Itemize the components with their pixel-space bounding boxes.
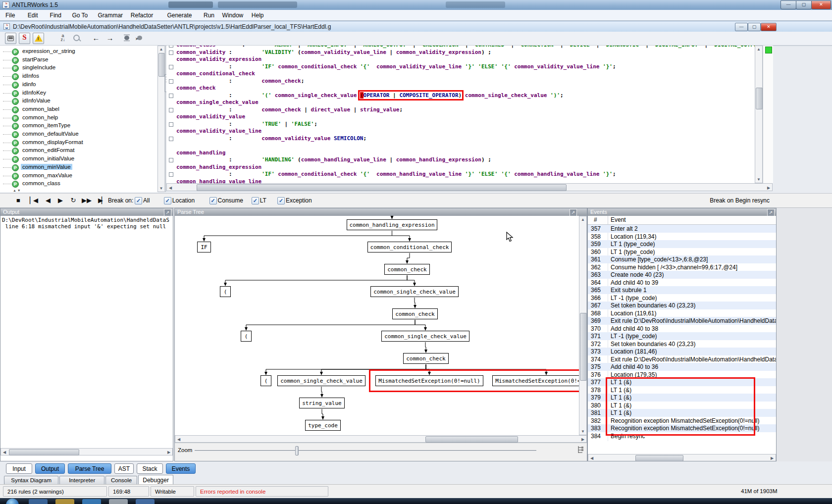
- event-row-361[interactable]: 361Consume [type_code/<13>,6:8,@23]: [588, 255, 776, 263]
- event-row-357[interactable]: 357Enter alt 2: [588, 225, 776, 233]
- sidebar-rule-startParse[interactable]: PstartParse: [0, 56, 165, 64]
- menu-item-file[interactable]: File: [2, 11, 18, 19]
- tree-node-common_single_check_value[interactable]: common_single_check_value: [370, 286, 459, 297]
- fold-marker[interactable]: [169, 94, 173, 98]
- zoom-slider-thumb[interactable]: [295, 446, 299, 455]
- tree-node-common_single_check_value[interactable]: common_single_check_value: [381, 331, 469, 342]
- parse-tree-vscrollbar[interactable]: ▲ ▼: [579, 216, 587, 435]
- forward-icon[interactable]: →: [104, 34, 116, 43]
- tree-node-common_check[interactable]: common_check: [384, 264, 430, 275]
- event-row-369[interactable]: 369Exit rule D:\DevRoot\IndustrialMobile…: [588, 317, 776, 325]
- taskbar-app-icon[interactable]: [82, 499, 101, 504]
- menu-item-find[interactable]: Find: [47, 11, 65, 19]
- col-event[interactable]: Event: [611, 216, 626, 223]
- sidebar-rule-common_label[interactable]: Pcommon_label: [0, 105, 165, 113]
- event-row-363[interactable]: 363Create node 40 (23): [588, 271, 776, 279]
- fold-marker[interactable]: [169, 50, 173, 55]
- fast-forward-button[interactable]: ↻: [67, 197, 80, 204]
- panel-tab-output[interactable]: Output: [35, 463, 65, 474]
- panel-tab-input[interactable]: Input: [6, 463, 32, 474]
- tree-node-common_handling_expression[interactable]: common_handling_expression: [347, 219, 437, 230]
- debug-icon[interactable]: [123, 35, 131, 42]
- debug-attach-icon[interactable]: ➤: [136, 35, 144, 42]
- tree-node-[interactable]: (: [260, 375, 271, 386]
- windows-taskbar[interactable]: [0, 498, 832, 504]
- fold-marker[interactable]: [169, 46, 173, 48]
- editor-vscrollbar[interactable]: ▲ ▼: [755, 46, 763, 183]
- doc-restore-button[interactable]: ▢: [748, 23, 761, 31]
- parse-tree-hscrollbar[interactable]: ◀ ▶: [175, 435, 587, 443]
- sidebar-rule-common_help[interactable]: Pcommon_help: [0, 114, 165, 122]
- tree-node-common_check[interactable]: common_check: [392, 308, 438, 319]
- sidebar-rule-idInfoValue[interactable]: PidInfoValue: [0, 97, 165, 105]
- menu-item-help[interactable]: Help: [248, 11, 267, 19]
- detach-icon[interactable]: ↗: [164, 209, 171, 216]
- editor-hscrollbar[interactable]: ◀ ▶: [166, 183, 773, 191]
- tree-node-common_conditional_check[interactable]: common_conditional_check: [367, 242, 452, 252]
- events-hscrollbar[interactable]: ◀ ▶: [588, 454, 776, 461]
- fold-marker[interactable]: [169, 65, 173, 69]
- step-forward-button[interactable]: ▶: [54, 197, 67, 204]
- go-to-end-button[interactable]: ▶▏: [95, 197, 108, 204]
- taskbar-app-icon[interactable]: [55, 499, 74, 504]
- tree-node-common_single_check_value[interactable]: common_single_check_value: [277, 375, 365, 386]
- taskbar-app-icon[interactable]: [136, 499, 155, 504]
- close-button[interactable]: ✕: [811, 0, 831, 9]
- event-row-365[interactable]: 365Exit subrule 1: [588, 286, 776, 294]
- menu-item-go-to[interactable]: Go To: [68, 11, 91, 19]
- maximize-button[interactable]: ▢: [796, 0, 812, 9]
- zoom-slider-track[interactable]: [195, 450, 536, 452]
- event-row-358[interactable]: 358Location (119,34): [588, 233, 776, 241]
- back-icon[interactable]: ←: [90, 34, 102, 43]
- event-row-375[interactable]: 375Add child 40 to 36: [588, 363, 776, 371]
- tree-node-IF[interactable]: IF: [197, 242, 211, 252]
- rule-structure-icon[interactable]: [5, 33, 16, 44]
- sidebar-rule-expression_or_string[interactable]: Pexpression_or_string: [0, 48, 165, 55]
- stop-button[interactable]: ■: [12, 197, 25, 204]
- sidebar-rule-common_class[interactable]: Pcommon_class: [0, 180, 165, 188]
- menu-item-refactor[interactable]: Refactor: [127, 11, 156, 19]
- taskbar-app-icon[interactable]: [109, 499, 128, 504]
- go-to-start-button[interactable]: ▏◀: [27, 197, 40, 204]
- sidebar-collapse-arrows[interactable]: ▲ ▼: [13, 189, 21, 192]
- sidebar-rule-common_maxValue[interactable]: Pcommon_maxValue: [0, 172, 165, 180]
- fold-marker[interactable]: [169, 79, 173, 84]
- panel-tab-stack[interactable]: Stack: [137, 463, 163, 474]
- checkbox-consume[interactable]: ✓: [209, 197, 217, 204]
- menu-item-generate[interactable]: Generate: [163, 11, 195, 19]
- detach-icon[interactable]: ↗: [570, 209, 577, 216]
- sidebar-rule-common_displayFormat[interactable]: Pcommon_displayFormat: [0, 139, 165, 147]
- event-row-366[interactable]: 366LT -1 (type_code): [588, 294, 776, 302]
- sidebar-rule-common_defaultValue[interactable]: Pcommon_defaultValue: [0, 130, 165, 138]
- fold-marker[interactable]: [169, 158, 173, 162]
- find-icon[interactable]: [73, 35, 81, 43]
- sidebar-rule-idInfos[interactable]: PidInfos: [0, 72, 165, 80]
- event-row-367[interactable]: 367Set token boundaries 40 (23,23): [588, 302, 776, 309]
- sidebar-rule-idinfo[interactable]: Pidinfo: [0, 81, 165, 89]
- doc-close-button[interactable]: ✕: [761, 23, 777, 31]
- output-hscrollbar[interactable]: ◀ ▶: [0, 448, 173, 455]
- tree-node-[interactable]: (: [241, 331, 252, 342]
- view-tab-syntax-diagram[interactable]: Syntax Diagram: [4, 476, 58, 485]
- step-back-button[interactable]: ◀: [42, 197, 54, 204]
- sidebar-rule-common_minValue[interactable]: Pcommon_minValue: [0, 163, 165, 171]
- sidebar-rule-singleInclude[interactable]: PsingleInclude: [0, 64, 165, 72]
- minimize-button[interactable]: —: [780, 0, 796, 9]
- menu-item-edit[interactable]: Edit: [24, 11, 42, 19]
- sidebar-rule-idInfoKey[interactable]: PidInfoKey: [0, 89, 165, 97]
- detach-icon[interactable]: ↗: [767, 209, 775, 216]
- grammar-editor[interactable]: common_class : ALARM | ANALOG_INPUT | AN…: [166, 46, 755, 183]
- event-row-360[interactable]: 360LT 1 (type_code): [588, 248, 776, 256]
- event-row-359[interactable]: 359LT 1 (type_code): [588, 240, 776, 248]
- event-row-364[interactable]: 364Add child 40 to 39: [588, 279, 776, 287]
- event-row-368[interactable]: 368Location (119,61): [588, 309, 776, 317]
- event-row-374[interactable]: 374Exit rule D:\DevRoot\IndustrialMobile…: [588, 355, 776, 363]
- checkbox-location[interactable]: ✓: [164, 197, 171, 204]
- syntax-s-icon[interactable]: S: [19, 33, 30, 44]
- event-row-362[interactable]: 362Consume hidden [ /<33>,channel=99,6:1…: [588, 263, 776, 271]
- event-row-373[interactable]: 373Location (181,46): [588, 348, 776, 355]
- fold-marker[interactable]: [169, 108, 173, 112]
- tree-node-common_check[interactable]: common_check: [403, 353, 449, 364]
- start-orb[interactable]: [6, 499, 19, 504]
- warning-icon[interactable]: !: [33, 33, 44, 44]
